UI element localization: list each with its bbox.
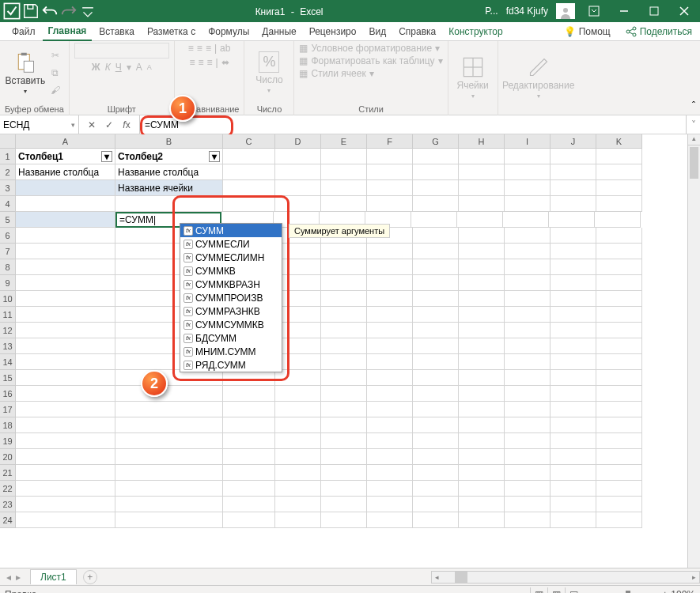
row-header-5[interactable]: 5 (0, 212, 16, 228)
share-button[interactable]: Поделиться (618, 22, 700, 41)
col-header-C[interactable]: C (223, 134, 275, 149)
col-header-J[interactable]: J (551, 134, 596, 149)
cell-C22[interactable] (223, 481, 275, 497)
cell-A1[interactable]: Столбец1▾ (16, 149, 115, 164)
avatar[interactable] (556, 3, 575, 19)
autocomplete-item[interactable]: fxСУММКВ (180, 264, 282, 278)
cell-J5[interactable] (549, 212, 595, 228)
cell-H13[interactable] (459, 338, 505, 354)
name-box-input[interactable] (3, 119, 59, 130)
cell-B1[interactable]: Столбец2▾ (115, 149, 223, 164)
align-bottom-icon[interactable]: ≡ (206, 43, 211, 54)
cell-H17[interactable] (459, 402, 505, 417)
row-header-16[interactable]: 16 (0, 386, 16, 402)
cell-K16[interactable] (596, 386, 642, 402)
row-header-2[interactable]: 2 (0, 164, 16, 180)
cell-G8[interactable] (413, 259, 459, 275)
cell-H7[interactable] (459, 244, 505, 259)
cell-G1[interactable] (413, 149, 459, 164)
cell-A6[interactable] (16, 228, 115, 244)
cell-K4[interactable] (596, 196, 642, 212)
col-header-B[interactable]: B (115, 134, 223, 149)
cell-K23[interactable] (596, 497, 642, 512)
cell-G2[interactable] (413, 164, 459, 180)
cell-E7[interactable] (321, 244, 367, 259)
view-page-break-icon[interactable]: ▤ (565, 587, 582, 594)
cell-I6[interactable] (505, 228, 551, 244)
cell-J21[interactable] (551, 465, 596, 481)
vertical-scrollbar[interactable]: ▴ (687, 134, 700, 568)
row-header-18[interactable]: 18 (0, 417, 16, 433)
cell-F21[interactable] (367, 465, 413, 481)
table-filter-icon[interactable]: ▾ (209, 151, 220, 162)
cell-A15[interactable] (16, 370, 115, 386)
row-header-7[interactable]: 7 (0, 244, 16, 259)
cell-C18[interactable] (223, 417, 275, 433)
tab-view[interactable]: Вид (363, 22, 392, 41)
cell-D17[interactable] (275, 402, 321, 417)
row-header-9[interactable]: 9 (0, 275, 16, 291)
cell-K17[interactable] (596, 402, 642, 417)
cell-J4[interactable] (551, 196, 596, 212)
col-header-I[interactable]: I (505, 134, 551, 149)
align-right-icon[interactable]: ≡ (207, 57, 213, 68)
cell-I11[interactable] (505, 307, 551, 323)
cell-E11[interactable] (321, 307, 367, 323)
cell-K7[interactable] (596, 244, 642, 259)
cell-D24[interactable] (275, 512, 321, 528)
cell-A10[interactable] (16, 291, 115, 307)
cell-J19[interactable] (551, 433, 596, 449)
cell-A8[interactable] (16, 259, 115, 275)
cell-B3[interactable]: Название ячейки (115, 180, 223, 196)
cell-A23[interactable] (16, 497, 115, 512)
cell-K14[interactable] (596, 354, 642, 370)
cell-I17[interactable] (505, 402, 551, 417)
cell-K11[interactable] (596, 307, 642, 323)
cell-E2[interactable] (321, 164, 367, 180)
cell-I24[interactable] (505, 512, 551, 528)
cell-J17[interactable] (551, 402, 596, 417)
cell-J15[interactable] (551, 370, 596, 386)
cell-E12[interactable] (321, 323, 367, 338)
cell-J13[interactable] (551, 338, 596, 354)
bold-icon[interactable]: Ж (92, 62, 100, 73)
cell-J3[interactable] (551, 180, 596, 196)
cell-D18[interactable] (275, 417, 321, 433)
cell-J18[interactable] (551, 417, 596, 433)
cell-J2[interactable] (551, 164, 596, 180)
font-size-up-icon[interactable]: A (136, 62, 142, 73)
cell-J20[interactable] (551, 449, 596, 465)
cell-G7[interactable] (413, 244, 459, 259)
cell-D22[interactable] (275, 481, 321, 497)
cell-I9[interactable] (505, 275, 551, 291)
cell-E17[interactable] (321, 402, 367, 417)
col-header-F[interactable]: F (367, 134, 413, 149)
cell-A18[interactable] (16, 417, 115, 433)
cell-A3[interactable] (16, 180, 115, 196)
cell-G20[interactable] (413, 449, 459, 465)
save-icon[interactable] (22, 2, 40, 20)
cell-I7[interactable] (505, 244, 551, 259)
cell-I19[interactable] (505, 433, 551, 449)
cell-A14[interactable] (16, 354, 115, 370)
row-header-19[interactable]: 19 (0, 433, 16, 449)
name-box[interactable]: ▾ (0, 115, 79, 134)
cell-B22[interactable] (115, 481, 223, 497)
cell-E13[interactable] (321, 338, 367, 354)
cell-C1[interactable] (223, 149, 275, 164)
row-header-20[interactable]: 20 (0, 449, 16, 465)
cell-K3[interactable] (596, 180, 642, 196)
cell-C21[interactable] (223, 465, 275, 481)
cell-G22[interactable] (413, 481, 459, 497)
col-header-A[interactable]: A (16, 134, 115, 149)
cell-H22[interactable] (459, 481, 505, 497)
cell-A4[interactable] (16, 196, 115, 212)
align-left-icon[interactable]: ≡ (190, 57, 195, 68)
cell-F11[interactable] (367, 307, 413, 323)
conditional-format-button[interactable]: ▦Условное форматирование ▾ (299, 43, 440, 54)
cell-F23[interactable] (367, 497, 413, 512)
cell-D19[interactable] (275, 433, 321, 449)
cell-A2[interactable]: Название столбца (16, 164, 115, 180)
cell-G13[interactable] (413, 338, 459, 354)
cell-B19[interactable] (115, 433, 223, 449)
